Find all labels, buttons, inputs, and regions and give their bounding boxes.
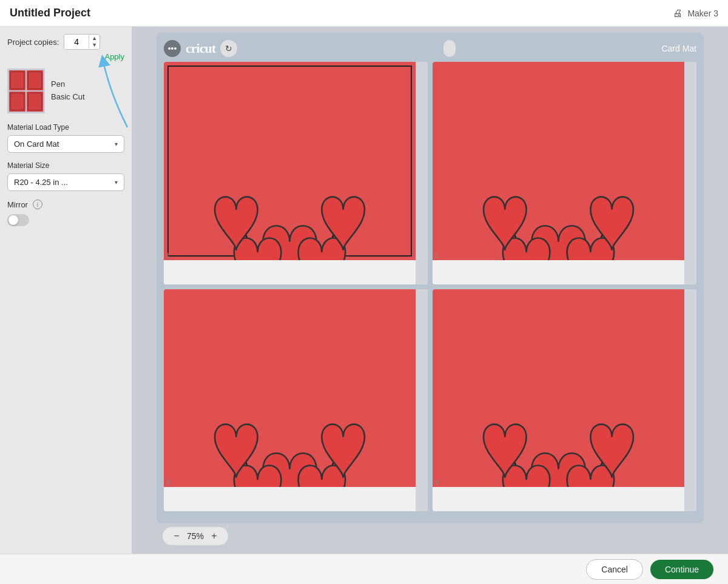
card-slot-3: 3 [164,289,428,512]
thumb-cell-4 [27,92,43,112]
card-number-1: 1 [166,252,170,259]
thumb-cell-2 [27,70,43,90]
maker-label: Maker 3 [687,8,718,18]
canvas-area: ••• cricut ↻ Card Mat [132,27,728,554]
copies-spinners: ▲ ▼ [89,35,99,49]
card-slot-4: 4 [433,289,696,512]
printer-icon: 🖨 [673,8,682,19]
basic-cut-label: Basic Cut [51,91,85,104]
material-preview: Pen Basic Cut [7,69,124,113]
mirror-label: Mirror [7,200,28,209]
card-design-4 [433,289,684,512]
material-load-type-value: On Card Mat [14,139,59,149]
material-size-value: R20 - 4.25 in ... [14,178,68,187]
mat-controls-left: ••• cricut ↻ [164,40,237,57]
card-right-strip-4 [684,289,696,512]
copies-decrement-button[interactable]: ▼ [89,42,99,49]
material-size-label: Material Size [7,161,124,170]
card-white-bottom-2 [433,260,684,284]
material-load-type-dropdown[interactable]: On Card Mat ▾ [7,135,124,153]
pen-label: Pen [51,78,85,91]
material-labels: Pen Basic Cut [51,78,85,104]
mat-container: ••• cricut ↻ Card Mat [157,33,704,523]
mirror-toggle[interactable] [7,214,29,226]
zoom-level: 75% [187,531,204,541]
mirror-info-icon[interactable]: i [33,200,42,209]
card-design-2 [433,62,684,284]
card-design-1 [164,62,416,284]
thumb-cell-1 [9,70,25,90]
app-header: Untitled Project 🖨 Maker 3 [0,0,728,27]
thumb-cell-3 [9,92,25,112]
cancel-button[interactable]: Cancel [586,559,643,580]
toggle-knob [8,215,18,225]
material-thumbnail [7,69,45,113]
mat-header: ••• cricut ↻ Card Mat [164,40,696,57]
card-right-strip-2 [684,62,696,284]
copies-increment-button[interactable]: ▲ [89,35,99,42]
card-number-4: 4 [435,479,439,486]
chevron-down-icon: ▾ [115,141,118,147]
card-white-bottom-3 [164,487,416,511]
sidebar: Project copies: ▲ ▼ Apply Pen Basic Cut … [0,27,132,554]
mirror-row: Mirror i [7,200,124,209]
material-load-type-label: Material Load Type [7,123,124,132]
more-options-button[interactable]: ••• [164,40,181,57]
material-size-dropdown[interactable]: R20 - 4.25 in ... ▾ [7,173,124,191]
card-number-3: 3 [166,479,170,486]
refresh-button[interactable]: ↻ [220,40,237,57]
card-right-strip-3 [416,289,428,512]
card-slot-1: 1 [164,62,428,284]
chevron-down-icon-2: ▾ [115,179,118,186]
apply-button[interactable]: Apply [7,52,124,61]
card-number-2: 2 [435,252,439,259]
card-design-3 [164,289,416,512]
project-copies-row: Project copies: ▲ ▼ [7,34,124,50]
copies-input[interactable] [64,35,89,49]
continue-button[interactable]: Continue [650,560,713,579]
maker-info: 🖨 Maker 3 [673,8,718,19]
project-copies-label: Project copies: [7,38,59,47]
zoom-controls: − 75% + [163,527,228,545]
project-title: Untitled Project [10,7,90,19]
copies-input-wrapper: ▲ ▼ [64,34,100,50]
oval-button[interactable] [443,40,456,57]
mat-label: Card Mat [661,44,696,53]
zoom-out-button[interactable]: − [170,529,183,543]
card-right-strip-1 [416,62,428,284]
card-slot-2: 2 [433,62,696,284]
card-white-bottom-1 [164,260,416,284]
cricut-logo: cricut [186,41,215,56]
card-white-bottom-4 [433,487,684,511]
cards-grid: 1 [164,62,696,511]
zoom-in-button[interactable]: + [207,529,221,543]
footer: Cancel Continue [0,554,728,584]
